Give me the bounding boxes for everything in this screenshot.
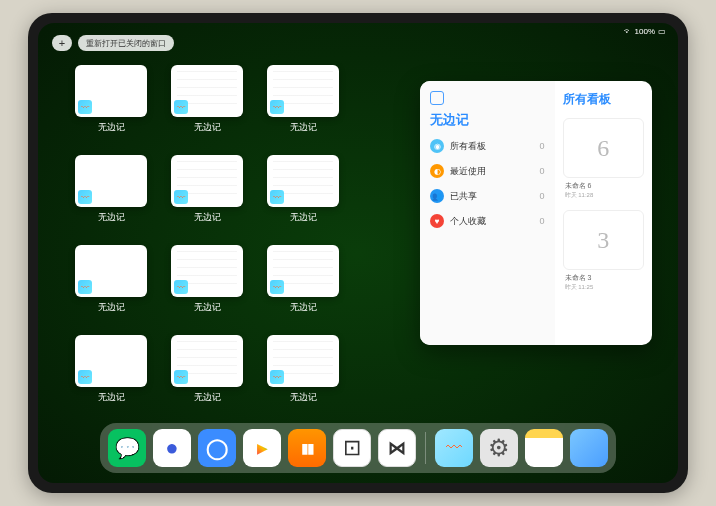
- item-count: 0: [540, 141, 545, 151]
- item-label: 所有看板: [450, 140, 486, 153]
- window-thumbnail: [75, 245, 147, 297]
- category-icon: ♥: [430, 214, 444, 228]
- board-name: 未命名 3: [563, 273, 644, 283]
- dock: [100, 423, 616, 473]
- wifi-icon: ᯤ: [624, 27, 632, 36]
- app-window[interactable]: 无边记: [72, 335, 150, 413]
- notes-app-icon[interactable]: [525, 429, 563, 467]
- app-window-label: 无边记: [290, 211, 317, 224]
- app-window-label: 无边记: [194, 301, 221, 314]
- browser1-app-icon[interactable]: [153, 429, 191, 467]
- app-window[interactable]: 无边记: [72, 65, 150, 143]
- popup-title: 无边记: [430, 111, 545, 129]
- board-thumbnail: 6: [563, 118, 644, 178]
- window-thumbnail: [171, 155, 243, 207]
- freeform-app-icon: [78, 370, 92, 384]
- board-item[interactable]: 6未命名 6昨天 11:28: [563, 118, 644, 200]
- category-icon: 👥: [430, 189, 444, 203]
- popup-content: 所有看板 6未命名 6昨天 11:283未命名 3昨天 11:25: [555, 81, 652, 345]
- freeform-app-icon: [270, 280, 284, 294]
- board-timestamp: 昨天 11:28: [563, 191, 644, 200]
- boards-heading: 所有看板: [563, 91, 644, 108]
- app-window-label: 无边记: [194, 121, 221, 134]
- app-window[interactable]: 无边记: [168, 335, 246, 413]
- freeform-app-icon: [174, 100, 188, 114]
- freeform-app-icon: [174, 370, 188, 384]
- app-window[interactable]: 无边记: [72, 245, 150, 323]
- item-label: 个人收藏: [450, 215, 486, 228]
- freeform-app-icon: [270, 100, 284, 114]
- new-window-button[interactable]: +: [52, 35, 72, 51]
- app-window[interactable]: 无边记: [264, 245, 342, 323]
- freeform-popup: ••• 无边记 ◉所有看板0◐最近使用0👥已共享0♥个人收藏0 所有看板 6未命…: [420, 81, 652, 345]
- dock-divider: [425, 432, 426, 464]
- browser2-app-icon[interactable]: [198, 429, 236, 467]
- app-window-label: 无边记: [98, 211, 125, 224]
- item-label: 最近使用: [450, 165, 486, 178]
- category-icon: ◐: [430, 164, 444, 178]
- dice-app-icon[interactable]: [333, 429, 371, 467]
- freeform-app-icon: [270, 370, 284, 384]
- window-thumbnail: [75, 335, 147, 387]
- wechat-app-icon[interactable]: [108, 429, 146, 467]
- app-window[interactable]: 无边记: [264, 335, 342, 413]
- battery-icon: ▭: [658, 27, 666, 36]
- settings-app-icon[interactable]: [480, 429, 518, 467]
- item-count: 0: [540, 191, 545, 201]
- item-label: 已共享: [450, 190, 477, 203]
- top-controls: + 重新打开已关闭的窗口: [52, 35, 174, 51]
- app-window-label: 无边记: [98, 301, 125, 314]
- item-count: 0: [540, 216, 545, 226]
- window-thumbnail: [267, 155, 339, 207]
- app-window[interactable]: 无边记: [72, 155, 150, 233]
- app-window[interactable]: 无边记: [168, 155, 246, 233]
- battery-text: 100%: [635, 27, 655, 36]
- window-thumbnail: [267, 335, 339, 387]
- board-thumbnail: 3: [563, 210, 644, 270]
- board-name: 未命名 6: [563, 181, 644, 191]
- popup-handle-icon[interactable]: •••: [634, 81, 648, 84]
- app-window[interactable]: 无边记: [264, 155, 342, 233]
- freeform-app-icon: [270, 190, 284, 204]
- folder-app-icon[interactable]: [570, 429, 608, 467]
- sidebar-item[interactable]: ◐最近使用0: [430, 164, 545, 178]
- freeform-app-icon: [78, 100, 92, 114]
- ipad-device: ᯤ 100% ▭ + 重新打开已关闭的窗口 无边记无边记无边记无边记无边记无边记…: [28, 13, 688, 493]
- connect-app-icon[interactable]: [378, 429, 416, 467]
- category-icon: ◉: [430, 139, 444, 153]
- board-icon: [430, 91, 444, 105]
- app-window-label: 无边记: [290, 391, 317, 404]
- board-timestamp: 昨天 11:25: [563, 283, 644, 292]
- app-window-label: 无边记: [194, 211, 221, 224]
- freeform-app-icon: [174, 190, 188, 204]
- item-count: 0: [540, 166, 545, 176]
- reopen-closed-window-button[interactable]: 重新打开已关闭的窗口: [78, 35, 174, 51]
- window-thumbnail: [75, 155, 147, 207]
- app-switcher-grid: 无边记无边记无边记无边记无边记无边记无边记无边记无边记无边记无边记无边记: [72, 65, 342, 413]
- window-thumbnail: [75, 65, 147, 117]
- app-window[interactable]: 无边记: [168, 245, 246, 323]
- popup-sidebar: 无边记 ◉所有看板0◐最近使用0👥已共享0♥个人收藏0: [420, 81, 555, 345]
- screen: ᯤ 100% ▭ + 重新打开已关闭的窗口 无边记无边记无边记无边记无边记无边记…: [38, 23, 678, 483]
- sidebar-item[interactable]: ♥个人收藏0: [430, 214, 545, 228]
- window-thumbnail: [267, 245, 339, 297]
- board-item[interactable]: 3未命名 3昨天 11:25: [563, 210, 644, 292]
- books-app-icon[interactable]: [288, 429, 326, 467]
- freeform-app-icon[interactable]: [435, 429, 473, 467]
- app-window[interactable]: 无边记: [264, 65, 342, 143]
- window-thumbnail: [171, 65, 243, 117]
- sketch-content: 3: [597, 227, 609, 254]
- window-thumbnail: [171, 245, 243, 297]
- window-thumbnail: [171, 335, 243, 387]
- play-app-icon[interactable]: [243, 429, 281, 467]
- app-window[interactable]: 无边记: [168, 65, 246, 143]
- status-bar: ᯤ 100% ▭: [624, 27, 666, 36]
- sidebar-item[interactable]: 👥已共享0: [430, 189, 545, 203]
- window-thumbnail: [267, 65, 339, 117]
- app-window-label: 无边记: [290, 121, 317, 134]
- freeform-app-icon: [174, 280, 188, 294]
- app-window-label: 无边记: [98, 121, 125, 134]
- app-window-label: 无边记: [194, 391, 221, 404]
- sidebar-item[interactable]: ◉所有看板0: [430, 139, 545, 153]
- freeform-app-icon: [78, 190, 92, 204]
